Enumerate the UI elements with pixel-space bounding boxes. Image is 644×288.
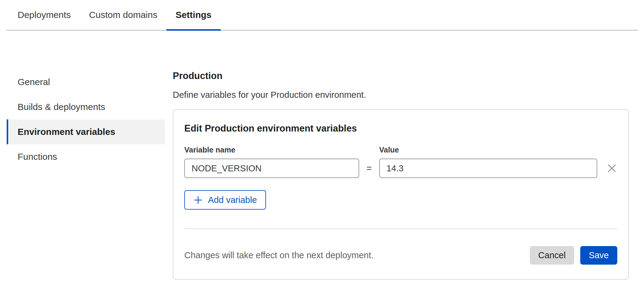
variable-value-field: Value (379, 146, 597, 178)
card-footer: Changes will take effect on the next dep… (184, 246, 617, 265)
variable-row: Variable name = Value (184, 146, 617, 178)
settings-content: General Builds & deployments Environment… (0, 31, 644, 280)
save-button[interactable]: Save (580, 246, 617, 265)
sidebar-item-general[interactable]: General (7, 70, 165, 94)
tab-settings-label: Settings (175, 10, 211, 20)
card-title: Edit Production environment variables (184, 123, 617, 134)
remove-variable-button[interactable] (606, 159, 617, 178)
add-variable-button[interactable]: Add variable (184, 190, 266, 210)
section-title: Production (173, 70, 629, 81)
plus-icon (193, 195, 203, 205)
equals-sign: = (359, 159, 379, 178)
variable-value-input[interactable] (379, 159, 597, 178)
env-vars-edit-card: Edit Production environment variables Va… (173, 109, 629, 280)
card-divider (184, 228, 617, 229)
cancel-button[interactable]: Cancel (530, 246, 574, 265)
variable-name-label: Variable name (184, 146, 359, 154)
variable-name-input[interactable] (184, 159, 359, 178)
variable-name-field: Variable name (184, 146, 359, 178)
close-icon (606, 163, 617, 174)
pages-project-settings-page: Deployments Custom domains Settings Gene… (0, 0, 644, 288)
add-variable-label: Add variable (208, 195, 257, 205)
footer-actions: Cancel Save (530, 246, 617, 265)
tab-custom-domains[interactable]: Custom domains (80, 0, 166, 30)
value-label: Value (379, 146, 597, 154)
tab-settings[interactable]: Settings (166, 0, 220, 30)
settings-sidebar: General Builds & deployments Environment… (7, 70, 165, 169)
active-tab-indicator (166, 29, 220, 31)
tab-deployments-label: Deployments (18, 10, 71, 20)
tab-custom-domains-label: Custom domains (89, 10, 157, 20)
project-tab-bar: Deployments Custom domains Settings (6, 0, 638, 31)
footer-note: Changes will take effect on the next dep… (184, 250, 373, 260)
sidebar-item-environment-variables[interactable]: Environment variables (7, 119, 165, 144)
tab-deployments[interactable]: Deployments (9, 0, 80, 30)
environment-variables-panel: Production Define variables for your Pro… (173, 70, 629, 280)
sidebar-item-functions[interactable]: Functions (7, 144, 165, 169)
section-description: Define variables for your Production env… (173, 90, 629, 100)
sidebar-item-builds-deployments[interactable]: Builds & deployments (7, 94, 165, 119)
